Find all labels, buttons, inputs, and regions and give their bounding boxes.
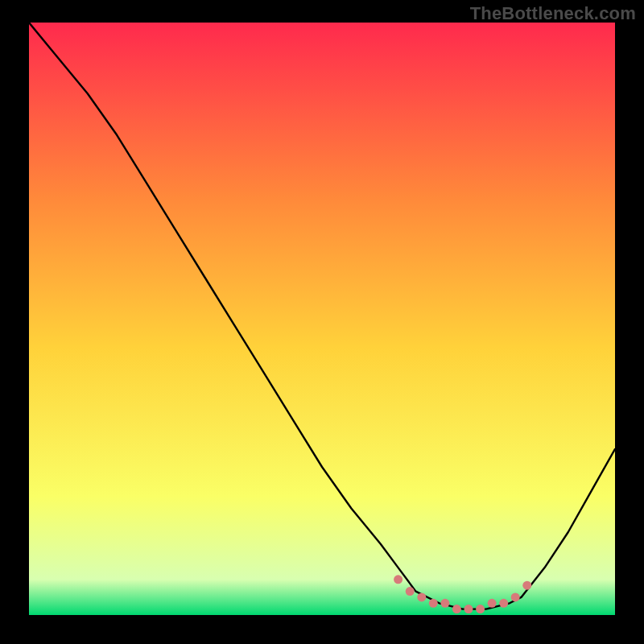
plot-area xyxy=(29,23,615,615)
optimal-dot xyxy=(499,599,508,608)
watermark-text: TheBottleneck.com xyxy=(470,3,636,24)
optimal-dot xyxy=(406,587,415,596)
chart-frame: TheBottleneck.com xyxy=(0,0,644,644)
bottleneck-chart xyxy=(29,23,615,615)
optimal-dot xyxy=(476,605,485,613)
optimal-dot xyxy=(522,581,531,590)
optimal-dot xyxy=(440,599,449,608)
gradient-background xyxy=(29,23,615,615)
optimal-dot xyxy=(429,599,438,608)
optimal-dot xyxy=(511,592,520,601)
optimal-dot xyxy=(417,592,426,601)
optimal-dot xyxy=(488,599,497,608)
optimal-dot xyxy=(452,605,461,613)
optimal-dot xyxy=(464,605,473,613)
optimal-dot xyxy=(394,575,402,584)
